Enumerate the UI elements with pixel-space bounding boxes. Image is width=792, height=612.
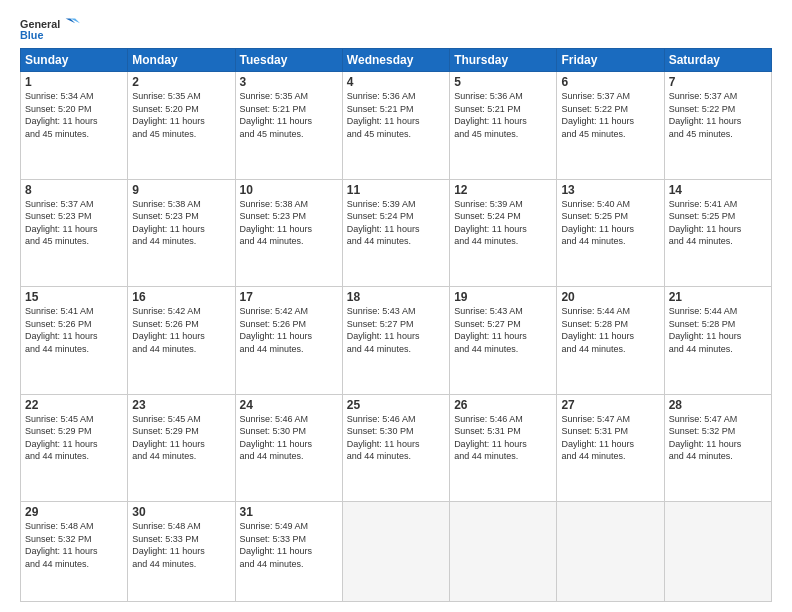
day-info: Sunrise: 5:35 AM Sunset: 5:20 PM Dayligh…: [132, 90, 230, 140]
calendar-cell: [342, 502, 449, 602]
calendar-cell: 26Sunrise: 5:46 AM Sunset: 5:31 PM Dayli…: [450, 394, 557, 502]
svg-text:Blue: Blue: [20, 29, 43, 40]
day-info: Sunrise: 5:45 AM Sunset: 5:29 PM Dayligh…: [25, 413, 123, 463]
calendar-cell: 1Sunrise: 5:34 AM Sunset: 5:20 PM Daylig…: [21, 72, 128, 180]
day-number: 13: [561, 183, 659, 197]
calendar-cell: 2Sunrise: 5:35 AM Sunset: 5:20 PM Daylig…: [128, 72, 235, 180]
calendar-cell: [664, 502, 771, 602]
day-number: 21: [669, 290, 767, 304]
day-number: 15: [25, 290, 123, 304]
day-number: 7: [669, 75, 767, 89]
day-number: 31: [240, 505, 338, 519]
calendar-day-header: Wednesday: [342, 49, 449, 72]
day-number: 10: [240, 183, 338, 197]
calendar-cell: 4Sunrise: 5:36 AM Sunset: 5:21 PM Daylig…: [342, 72, 449, 180]
calendar-cell: [557, 502, 664, 602]
calendar-cell: 18Sunrise: 5:43 AM Sunset: 5:27 PM Dayli…: [342, 287, 449, 395]
day-number: 14: [669, 183, 767, 197]
calendar-cell: 27Sunrise: 5:47 AM Sunset: 5:31 PM Dayli…: [557, 394, 664, 502]
calendar-cell: 7Sunrise: 5:37 AM Sunset: 5:22 PM Daylig…: [664, 72, 771, 180]
day-info: Sunrise: 5:47 AM Sunset: 5:32 PM Dayligh…: [669, 413, 767, 463]
day-info: Sunrise: 5:44 AM Sunset: 5:28 PM Dayligh…: [669, 305, 767, 355]
day-info: Sunrise: 5:35 AM Sunset: 5:21 PM Dayligh…: [240, 90, 338, 140]
calendar-cell: 25Sunrise: 5:46 AM Sunset: 5:30 PM Dayli…: [342, 394, 449, 502]
calendar-cell: 13Sunrise: 5:40 AM Sunset: 5:25 PM Dayli…: [557, 179, 664, 287]
calendar-cell: 30Sunrise: 5:48 AM Sunset: 5:33 PM Dayli…: [128, 502, 235, 602]
day-info: Sunrise: 5:38 AM Sunset: 5:23 PM Dayligh…: [132, 198, 230, 248]
day-number: 4: [347, 75, 445, 89]
calendar-cell: 9Sunrise: 5:38 AM Sunset: 5:23 PM Daylig…: [128, 179, 235, 287]
day-info: Sunrise: 5:40 AM Sunset: 5:25 PM Dayligh…: [561, 198, 659, 248]
calendar-cell: 21Sunrise: 5:44 AM Sunset: 5:28 PM Dayli…: [664, 287, 771, 395]
day-number: 20: [561, 290, 659, 304]
day-info: Sunrise: 5:36 AM Sunset: 5:21 PM Dayligh…: [454, 90, 552, 140]
day-number: 16: [132, 290, 230, 304]
day-info: Sunrise: 5:42 AM Sunset: 5:26 PM Dayligh…: [240, 305, 338, 355]
day-number: 22: [25, 398, 123, 412]
calendar-cell: 22Sunrise: 5:45 AM Sunset: 5:29 PM Dayli…: [21, 394, 128, 502]
calendar-cell: 6Sunrise: 5:37 AM Sunset: 5:22 PM Daylig…: [557, 72, 664, 180]
day-number: 18: [347, 290, 445, 304]
day-info: Sunrise: 5:47 AM Sunset: 5:31 PM Dayligh…: [561, 413, 659, 463]
day-number: 2: [132, 75, 230, 89]
day-number: 29: [25, 505, 123, 519]
calendar-header-row: SundayMondayTuesdayWednesdayThursdayFrid…: [21, 49, 772, 72]
day-info: Sunrise: 5:43 AM Sunset: 5:27 PM Dayligh…: [454, 305, 552, 355]
calendar-cell: 3Sunrise: 5:35 AM Sunset: 5:21 PM Daylig…: [235, 72, 342, 180]
calendar-table: SundayMondayTuesdayWednesdayThursdayFrid…: [20, 48, 772, 602]
day-number: 8: [25, 183, 123, 197]
day-number: 17: [240, 290, 338, 304]
day-number: 28: [669, 398, 767, 412]
calendar-cell: [450, 502, 557, 602]
day-info: Sunrise: 5:46 AM Sunset: 5:31 PM Dayligh…: [454, 413, 552, 463]
day-info: Sunrise: 5:46 AM Sunset: 5:30 PM Dayligh…: [240, 413, 338, 463]
calendar-cell: 10Sunrise: 5:38 AM Sunset: 5:23 PM Dayli…: [235, 179, 342, 287]
day-number: 1: [25, 75, 123, 89]
day-number: 24: [240, 398, 338, 412]
day-info: Sunrise: 5:34 AM Sunset: 5:20 PM Dayligh…: [25, 90, 123, 140]
calendar-day-header: Monday: [128, 49, 235, 72]
day-number: 23: [132, 398, 230, 412]
day-info: Sunrise: 5:37 AM Sunset: 5:22 PM Dayligh…: [561, 90, 659, 140]
day-info: Sunrise: 5:41 AM Sunset: 5:25 PM Dayligh…: [669, 198, 767, 248]
calendar-cell: 5Sunrise: 5:36 AM Sunset: 5:21 PM Daylig…: [450, 72, 557, 180]
calendar-cell: 29Sunrise: 5:48 AM Sunset: 5:32 PM Dayli…: [21, 502, 128, 602]
calendar-day-header: Sunday: [21, 49, 128, 72]
day-number: 30: [132, 505, 230, 519]
day-info: Sunrise: 5:42 AM Sunset: 5:26 PM Dayligh…: [132, 305, 230, 355]
day-number: 3: [240, 75, 338, 89]
calendar-cell: 14Sunrise: 5:41 AM Sunset: 5:25 PM Dayli…: [664, 179, 771, 287]
day-number: 27: [561, 398, 659, 412]
calendar-cell: 23Sunrise: 5:45 AM Sunset: 5:29 PM Dayli…: [128, 394, 235, 502]
day-info: Sunrise: 5:48 AM Sunset: 5:32 PM Dayligh…: [25, 520, 123, 570]
day-number: 5: [454, 75, 552, 89]
day-info: Sunrise: 5:37 AM Sunset: 5:23 PM Dayligh…: [25, 198, 123, 248]
logo: GeneralBlue: [20, 16, 80, 40]
day-number: 25: [347, 398, 445, 412]
calendar-cell: 19Sunrise: 5:43 AM Sunset: 5:27 PM Dayli…: [450, 287, 557, 395]
day-info: Sunrise: 5:48 AM Sunset: 5:33 PM Dayligh…: [132, 520, 230, 570]
page: GeneralBlue SundayMondayTuesdayWednesday…: [0, 0, 792, 612]
day-info: Sunrise: 5:46 AM Sunset: 5:30 PM Dayligh…: [347, 413, 445, 463]
day-number: 6: [561, 75, 659, 89]
day-info: Sunrise: 5:44 AM Sunset: 5:28 PM Dayligh…: [561, 305, 659, 355]
day-number: 11: [347, 183, 445, 197]
day-info: Sunrise: 5:39 AM Sunset: 5:24 PM Dayligh…: [454, 198, 552, 248]
calendar-cell: 16Sunrise: 5:42 AM Sunset: 5:26 PM Dayli…: [128, 287, 235, 395]
calendar-cell: 24Sunrise: 5:46 AM Sunset: 5:30 PM Dayli…: [235, 394, 342, 502]
day-number: 26: [454, 398, 552, 412]
day-info: Sunrise: 5:49 AM Sunset: 5:33 PM Dayligh…: [240, 520, 338, 570]
calendar-cell: 8Sunrise: 5:37 AM Sunset: 5:23 PM Daylig…: [21, 179, 128, 287]
day-info: Sunrise: 5:37 AM Sunset: 5:22 PM Dayligh…: [669, 90, 767, 140]
calendar-day-header: Tuesday: [235, 49, 342, 72]
calendar-cell: 31Sunrise: 5:49 AM Sunset: 5:33 PM Dayli…: [235, 502, 342, 602]
day-info: Sunrise: 5:39 AM Sunset: 5:24 PM Dayligh…: [347, 198, 445, 248]
day-info: Sunrise: 5:38 AM Sunset: 5:23 PM Dayligh…: [240, 198, 338, 248]
logo-svg: GeneralBlue: [20, 16, 80, 40]
calendar-cell: 20Sunrise: 5:44 AM Sunset: 5:28 PM Dayli…: [557, 287, 664, 395]
calendar-day-header: Friday: [557, 49, 664, 72]
day-info: Sunrise: 5:45 AM Sunset: 5:29 PM Dayligh…: [132, 413, 230, 463]
day-number: 12: [454, 183, 552, 197]
calendar-day-header: Thursday: [450, 49, 557, 72]
calendar-day-header: Saturday: [664, 49, 771, 72]
